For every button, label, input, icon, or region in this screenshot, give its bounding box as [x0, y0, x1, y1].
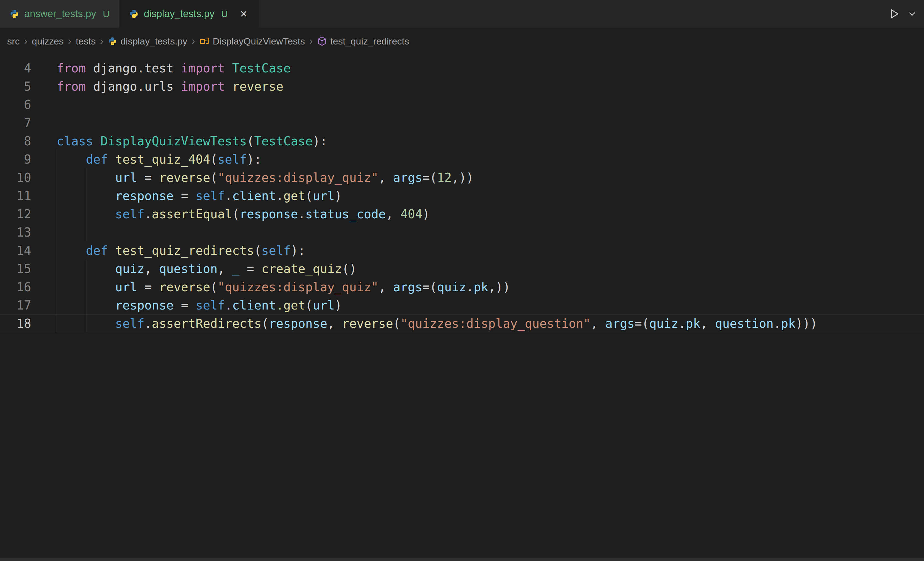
- line-number: 14: [0, 242, 31, 259]
- code-line[interactable]: 12 self.assertEqual(response.status_code…: [0, 205, 924, 223]
- chevron-down-icon[interactable]: [908, 9, 917, 18]
- breadcrumb-label: src: [7, 36, 20, 47]
- code-line[interactable]: 17 response = self.client.get(url): [0, 296, 924, 314]
- breadcrumb-separator: ›: [100, 35, 103, 47]
- tab-bar: answer_tests.py U display_tests.py U ×: [0, 0, 924, 28]
- breadcrumb-separator: ›: [24, 35, 27, 47]
- code-text: from django.urls import reverse: [57, 77, 284, 95]
- breadcrumb-item-method[interactable]: test_quiz_redirects: [317, 36, 409, 47]
- code-text: class DisplayQuizViewTests(TestCase):: [57, 132, 327, 149]
- indent-guide: [86, 259, 86, 332]
- python-icon: [129, 9, 139, 19]
- partial-line: 3: [0, 55, 924, 59]
- line-number: 11: [0, 187, 31, 204]
- code-line[interactable]: 6: [0, 95, 924, 113]
- python-icon: [108, 36, 117, 46]
- code-text: from django.test import TestCase: [57, 59, 291, 76]
- code-line[interactable]: 13: [0, 223, 924, 241]
- breadcrumb-label: test_quiz_redirects: [330, 36, 409, 47]
- code-text: response = self.client.get(url): [57, 187, 342, 204]
- line-number: 15: [0, 260, 31, 277]
- code-text: response = self.client.get(url): [57, 296, 342, 313]
- line-number: 18: [0, 314, 31, 332]
- breadcrumb: src › quizzes › tests › display_tests.py…: [0, 28, 924, 55]
- line-number: 17: [0, 296, 31, 313]
- breadcrumb-item-tests[interactable]: tests: [76, 36, 96, 47]
- breadcrumb-separator: ›: [192, 35, 195, 47]
- close-icon[interactable]: ×: [238, 7, 249, 20]
- tab-display-tests[interactable]: display_tests.py U ×: [120, 0, 259, 28]
- indent-guide: [57, 150, 57, 332]
- line-number: 5: [0, 77, 31, 95]
- line-number: 12: [0, 205, 31, 222]
- breadcrumb-item-class[interactable]: DisplayQuizViewTests: [200, 36, 305, 47]
- indent-guide: [86, 168, 86, 241]
- line-number: 10: [0, 168, 31, 186]
- tab-answer-tests[interactable]: answer_tests.py U: [0, 0, 120, 28]
- code-line[interactable]: 15 quiz, question, _ = create_quiz(): [0, 259, 924, 277]
- line-number: 9: [0, 150, 31, 167]
- method-symbol-icon: [317, 36, 327, 46]
- code-text: self.assertEqual(response.status_code, 4…: [57, 205, 430, 222]
- editor-actions: [888, 0, 917, 28]
- code-text: def test_quiz_redirects(self):: [57, 242, 305, 259]
- breadcrumb-item-quizzes[interactable]: quizzes: [32, 36, 63, 47]
- line-number: 16: [0, 278, 31, 295]
- code-line[interactable]: 8class DisplayQuizViewTests(TestCase):: [0, 132, 924, 150]
- breadcrumb-label: tests: [76, 36, 96, 47]
- tab-label: answer_tests.py: [24, 8, 96, 20]
- code-line[interactable]: 14 def test_quiz_redirects(self):: [0, 241, 924, 259]
- git-status-badge: U: [103, 9, 110, 20]
- class-symbol-icon: [200, 36, 209, 46]
- breadcrumb-item-file[interactable]: display_tests.py: [108, 36, 187, 47]
- code-line[interactable]: 7: [0, 113, 924, 132]
- breadcrumb-separator: ›: [309, 35, 313, 47]
- code-line[interactable]: 9 def test_quiz_404(self):: [0, 150, 924, 168]
- code-line[interactable]: 18 self.assertRedirects(response, revers…: [0, 314, 924, 332]
- code-line[interactable]: 10 url = reverse("quizzes:display_quiz",…: [0, 168, 924, 186]
- line-number: 4: [0, 59, 31, 76]
- breadcrumb-label: quizzes: [32, 36, 63, 47]
- breadcrumb-label: display_tests.py: [120, 36, 187, 47]
- breadcrumb-item-src[interactable]: src: [7, 36, 20, 47]
- run-button[interactable]: [888, 8, 900, 20]
- python-icon: [9, 9, 20, 19]
- breadcrumb-label: DisplayQuizViewTests: [213, 36, 305, 47]
- code-lines: 4from django.test import TestCase5from d…: [0, 59, 924, 332]
- line-number: 6: [0, 96, 31, 113]
- git-status-badge: U: [221, 9, 228, 20]
- line-number: 8: [0, 132, 31, 149]
- code-line[interactable]: 4from django.test import TestCase: [0, 59, 924, 77]
- code-line[interactable]: 16 url = reverse("quizzes:display_quiz",…: [0, 277, 924, 296]
- line-number: 7: [0, 114, 31, 131]
- line-number: 13: [0, 223, 31, 241]
- code-text: self.assertRedirects(response, reverse("…: [57, 314, 818, 332]
- code-editor[interactable]: 3 4from django.test import TestCase5from…: [0, 55, 924, 558]
- code-line[interactable]: 5from django.urls import reverse: [0, 77, 924, 95]
- code-text: def test_quiz_404(self):: [57, 150, 261, 167]
- tab-label: display_tests.py: [144, 8, 214, 20]
- bottom-edge-strip: [0, 558, 924, 561]
- line-number: 3: [0, 55, 31, 58]
- code-text: url = reverse("quizzes:display_quiz", ar…: [57, 278, 510, 295]
- breadcrumb-separator: ›: [68, 35, 72, 47]
- code-line[interactable]: 11 response = self.client.get(url): [0, 186, 924, 205]
- code-text: url = reverse("quizzes:display_quiz", ar…: [57, 168, 474, 186]
- code-text: quiz, question, _ = create_quiz(): [57, 260, 357, 277]
